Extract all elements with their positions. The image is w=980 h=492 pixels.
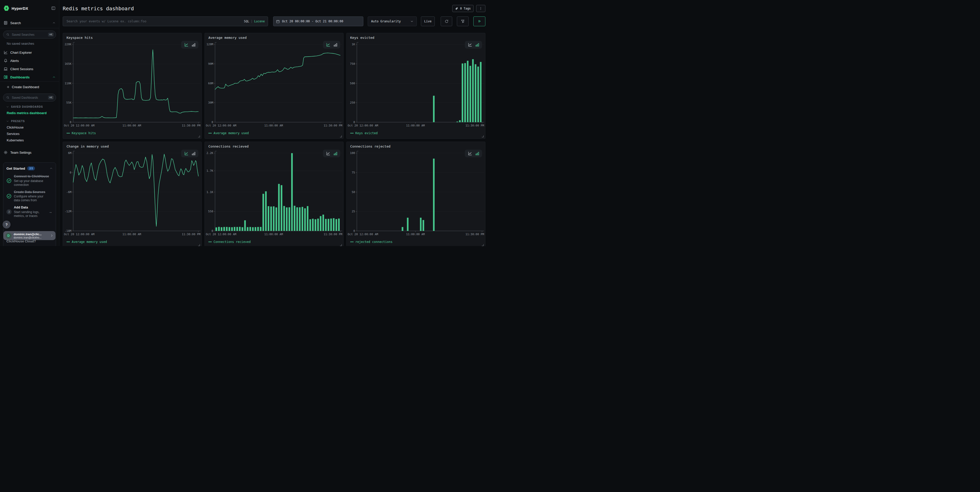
run-query-button[interactable] xyxy=(473,16,485,26)
chevron-up-icon[interactable] xyxy=(52,76,56,79)
resize-handle[interactable] xyxy=(340,135,342,137)
line-chart-icon[interactable] xyxy=(326,43,331,47)
svg-text:11:30:00 PM: 11:30:00 PM xyxy=(466,124,484,127)
user-menu[interactable]: D dominic.tran@clic... dominic.tran@clic… xyxy=(3,231,56,240)
resize-handle[interactable] xyxy=(198,244,200,246)
chart-type-toggle xyxy=(465,41,482,49)
saved-searches-field[interactable] xyxy=(11,33,46,37)
svg-text:0: 0 xyxy=(212,121,213,124)
chart-card-keys-evicted: Keys evicted 02505007501KOct 20 12:00:00… xyxy=(346,33,485,139)
legend-swatch xyxy=(208,133,212,134)
line-chart-icon[interactable] xyxy=(468,151,472,156)
refresh-button[interactable] xyxy=(441,16,452,26)
legend-swatch xyxy=(350,133,353,134)
saved-dashboards-field[interactable] xyxy=(11,96,46,100)
bar-chart-icon[interactable] xyxy=(334,152,337,156)
bar-chart-icon[interactable] xyxy=(476,43,479,47)
saved-dashboards-input[interactable]: ⌘K xyxy=(3,94,56,102)
sidebar-preset-kubernetes[interactable]: Kubernetes xyxy=(0,137,59,143)
chevron-up-icon[interactable] xyxy=(49,167,52,170)
svg-text:11:00:00 AM: 11:00:00 AM xyxy=(123,232,141,236)
sidebar-item-dashboards[interactable]: Dashboards xyxy=(0,73,59,81)
get-started-header[interactable]: Get Started 2/3 xyxy=(6,166,52,171)
sidebar-dashboard-redis-metrics[interactable]: Redis metrics dashboard xyxy=(0,110,59,116)
collapse-sidebar-icon[interactable] xyxy=(51,6,56,10)
sql-toggle[interactable]: SQL xyxy=(244,19,249,23)
legend-swatch xyxy=(67,242,70,242)
chart-type-toggle xyxy=(323,41,340,49)
bar-chart-icon[interactable] xyxy=(192,152,196,156)
connections-recieved-plot: 05501.1K1.7K2.2KOct 20 12:00:00 AM11:00:… xyxy=(205,142,343,246)
sidebar-item-team-settings[interactable]: Team Settings xyxy=(0,148,59,156)
sidebar-preset-services[interactable]: Services xyxy=(0,131,59,137)
svg-text:11:30:00 PM: 11:30:00 PM xyxy=(324,124,342,127)
chevron-up-icon[interactable] xyxy=(52,21,56,24)
tags-button[interactable]: 0 Tags xyxy=(452,5,474,12)
date-range-picker[interactable]: Oct 20 00:00:00 - Oct 21 00:00:00 xyxy=(273,16,363,26)
saved-searches-input[interactable]: ⌘K xyxy=(3,30,56,38)
sidebar: HyperDX Search ⌘K No saved searches Char… xyxy=(0,0,59,246)
user-info: dominic.tran@clic... dominic.tran@clickh… xyxy=(14,232,41,239)
user-email-primary: dominic.tran@clic... xyxy=(14,232,41,236)
presets-section[interactable]: PRESETS xyxy=(0,118,59,124)
svg-text:75: 75 xyxy=(352,171,355,174)
line-chart-icon[interactable] xyxy=(184,43,189,47)
event-search-input[interactable]: SQL | Lucene xyxy=(63,16,268,26)
chart-card-average-memory-used: Average memory used 030M60M90M120MOct 20… xyxy=(205,33,344,139)
svg-text:60M: 60M xyxy=(208,82,213,85)
bar-chart-icon[interactable] xyxy=(334,43,337,47)
lucene-toggle[interactable]: Lucene xyxy=(254,19,265,23)
chart-type-toggle xyxy=(181,150,198,157)
get-started-item-add-data[interactable]: 3 Add Data Start sending logs, metrics, … xyxy=(6,205,52,218)
no-saved-searches-text: No saved searches xyxy=(0,42,59,46)
svg-text:500: 500 xyxy=(350,82,355,85)
line-chart-icon[interactable] xyxy=(468,43,472,47)
chart-legend: Keys evicted xyxy=(350,131,378,135)
live-button[interactable]: Live xyxy=(421,16,435,26)
sidebar-item-search[interactable]: Search xyxy=(0,18,59,28)
svg-text:110K: 110K xyxy=(65,82,72,85)
legend-label: Average memory used xyxy=(72,240,107,244)
resize-handle[interactable] xyxy=(482,135,484,137)
page-header: Redis metrics dashboard 0 Tags xyxy=(63,5,485,12)
line-chart-icon[interactable] xyxy=(184,151,189,156)
chart-card-connections-rejected: Connections rejected 0255075100Oct 20 12… xyxy=(346,142,485,246)
sidebar-item-client-sessions[interactable]: Client Sessions xyxy=(0,65,59,73)
filter-button[interactable] xyxy=(457,16,469,26)
hyperdx-logo-icon xyxy=(3,5,9,11)
chart-title: Keyspace hits xyxy=(67,36,93,40)
resize-handle[interactable] xyxy=(198,135,200,137)
event-search-field[interactable] xyxy=(66,19,244,23)
bar-chart-icon[interactable] xyxy=(476,152,479,156)
svg-text:Oct 20 12:00:00 AM: Oct 20 12:00:00 AM xyxy=(64,232,95,236)
help-button[interactable]: ? xyxy=(3,221,11,229)
line-chart-icon[interactable] xyxy=(326,151,331,156)
avatar: D xyxy=(5,232,11,239)
sidebar-item-alerts[interactable]: Alerts xyxy=(0,57,59,65)
more-options-button[interactable] xyxy=(476,5,485,12)
saved-dashboards-section[interactable]: SAVED DASHBOARDS xyxy=(0,103,59,110)
sidebar-item-chart-explorer[interactable]: Chart Explorer xyxy=(0,48,59,57)
svg-text:90M: 90M xyxy=(208,62,213,65)
chart-title: Connections rejected xyxy=(350,145,391,148)
query-language-toggle[interactable]: SQL | Lucene xyxy=(244,19,265,23)
granularity-select[interactable]: Auto Granularity xyxy=(368,16,417,26)
connections-rejected-plot: 0255075100Oct 20 12:00:00 AM11:00:00 AM1… xyxy=(347,142,485,246)
resize-handle[interactable] xyxy=(340,244,342,246)
arrow-right-icon[interactable]: → xyxy=(49,210,52,214)
chart-title: Keys evicted xyxy=(350,36,374,40)
create-dashboard-button[interactable]: Create Dashboard xyxy=(0,83,59,91)
get-started-item-desc: Configure where your data comes from xyxy=(14,194,50,202)
app-root: HyperDX Search ⌘K No saved searches Char… xyxy=(0,0,490,246)
shortcut-badge: ⌘K xyxy=(48,96,54,99)
resize-handle[interactable] xyxy=(482,244,484,246)
play-icon xyxy=(477,19,482,23)
get-started-item-datasources[interactable]: Create Data Sources Configure where your… xyxy=(6,190,52,202)
sidebar-preset-clickhouse[interactable]: ClickHouse xyxy=(0,124,59,131)
chart-title: Change in memory used xyxy=(67,145,109,148)
get-started-item-connect[interactable]: Connect to ClickHouse Set up your databa… xyxy=(6,175,52,187)
svg-text:Oct 20 12:00:00 AM: Oct 20 12:00:00 AM xyxy=(348,124,378,127)
search-icon xyxy=(6,33,10,36)
toolbar: SQL | Lucene Oct 20 00:00:00 - Oct 21 00… xyxy=(63,16,485,26)
bar-chart-icon[interactable] xyxy=(192,43,196,47)
